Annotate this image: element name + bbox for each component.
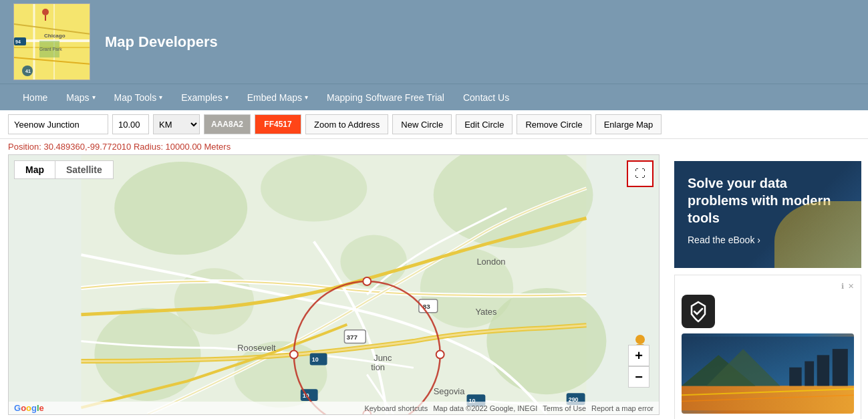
- ad-card-2-header: ℹ ✕: [682, 282, 854, 291]
- google-logo: Google: [14, 403, 44, 413]
- sidebar: Solve your data problems with modern too…: [668, 154, 868, 419]
- logo-area: Chicago Grant Park 41 94 Map Developers: [13, 3, 218, 80]
- svg-text:10: 10: [312, 356, 319, 363]
- edit-circle-button[interactable]: Edit Circle: [456, 114, 513, 134]
- color1-picker[interactable]: AAA8A2: [204, 114, 251, 134]
- header: Chicago Grant Park 41 94 Map Developers: [0, 0, 868, 84]
- svg-point-17: [114, 162, 247, 255]
- enlarge-map-overlay-button[interactable]: ⛶: [627, 160, 654, 187]
- svg-rect-60: [833, 349, 848, 386]
- map-svg: 83 377 10 290 10 10: [9, 155, 659, 414]
- svg-text:94: 94: [15, 39, 21, 44]
- nav-embed-maps-arrow: ▾: [305, 94, 308, 101]
- zoom-to-address-button[interactable]: Zoom to Address: [305, 114, 388, 134]
- enlarge-icon: ⛶: [635, 168, 645, 180]
- nav-home[interactable]: Home: [13, 87, 57, 108]
- svg-rect-59: [817, 355, 829, 386]
- svg-text:41: 41: [25, 69, 31, 74]
- keyboard-shortcuts-link[interactable]: Keyboard shortcuts: [364, 404, 428, 412]
- terms-of-use-link[interactable]: Terms of Use: [543, 404, 586, 412]
- map-data-credit: Map data ©2022 Google, INEGI: [433, 404, 537, 412]
- svg-text:Roosevelt: Roosevelt: [237, 343, 276, 353]
- nav-map-tools[interactable]: Map Tools ▾: [105, 87, 172, 108]
- ad-card-1: Solve your data problems with modern too…: [674, 161, 861, 268]
- svg-text:Segovia: Segovia: [434, 386, 466, 396]
- svg-point-24: [340, 235, 406, 288]
- svg-point-50: [635, 335, 645, 344]
- map-type-satellite-button[interactable]: Satellite: [55, 160, 114, 179]
- report-map-error-link[interactable]: Report a map error: [591, 404, 654, 412]
- nav-examples[interactable]: Examples ▾: [172, 87, 237, 108]
- ad2-info-icon[interactable]: ℹ: [841, 282, 844, 291]
- map-type-selector: Map Satellite: [14, 160, 114, 179]
- svg-text:Chicago: Chicago: [44, 33, 65, 39]
- map-footer: Google Keyboard shortcuts Map data ©2022…: [9, 402, 659, 414]
- toolbar: KM Miles Meters AAA8A2 FF4517 Zoom to Ad…: [0, 110, 868, 139]
- address-input[interactable]: [8, 114, 108, 134]
- svg-text:377: 377: [346, 333, 357, 341]
- svg-text:tion: tion: [371, 362, 385, 372]
- svg-point-48: [290, 350, 298, 358]
- zoom-out-button[interactable]: −: [628, 366, 649, 388]
- ad1-link[interactable]: Read the eBook ›: [688, 235, 760, 245]
- svg-point-46: [436, 350, 444, 358]
- svg-point-45: [363, 277, 371, 285]
- map-footer-links: Keyboard shortcuts Map data ©2022 Google…: [364, 404, 654, 412]
- nav-examples-arrow: ▾: [225, 94, 229, 101]
- svg-text:Grant Park: Grant Park: [39, 47, 62, 51]
- svg-point-23: [174, 268, 254, 334]
- unit-select[interactable]: KM Miles Meters: [153, 114, 200, 134]
- svg-text:Junc: Junc: [374, 353, 392, 363]
- remove-circle-button[interactable]: Remove Circle: [517, 114, 591, 134]
- nav-bar: Home Maps ▾ Map Tools ▾ Examples ▾ Embed…: [0, 84, 868, 110]
- zoom-in-button[interactable]: +: [628, 345, 649, 366]
- map-type-map-button[interactable]: Map: [14, 160, 55, 179]
- nav-map-tools-arrow: ▾: [159, 94, 162, 101]
- logo-thumbnail: Chicago Grant Park 41 94: [13, 3, 90, 80]
- zoom-controls: + −: [628, 345, 649, 388]
- nav-embed-maps[interactable]: Embed Maps ▾: [238, 87, 317, 108]
- enlarge-map-button[interactable]: Enlarge Map: [595, 114, 662, 134]
- nav-maps[interactable]: Maps ▾: [57, 87, 104, 108]
- map-container: 83 377 10 290 10 10: [0, 154, 668, 419]
- svg-rect-61: [789, 368, 801, 386]
- site-title: Map Developers: [105, 33, 218, 51]
- map-wrapper[interactable]: 83 377 10 290 10 10: [8, 154, 660, 415]
- svg-text:London: London: [476, 257, 505, 267]
- nav-mapping-software[interactable]: Mapping Software Free Trial: [317, 87, 454, 108]
- nav-maps-arrow: ▾: [92, 94, 96, 101]
- ad2-logo: [682, 295, 715, 328]
- svg-rect-58: [805, 362, 814, 386]
- svg-point-21: [261, 155, 367, 221]
- ad2-image: [682, 333, 854, 414]
- ad2-close-icon[interactable]: ✕: [848, 282, 854, 291]
- nav-contact-us[interactable]: Contact Us: [454, 87, 519, 108]
- ad-card-2: ℹ ✕: [674, 275, 861, 419]
- color2-picker[interactable]: FF4517: [255, 114, 301, 134]
- main-content: 83 377 10 290 10 10: [0, 154, 868, 419]
- new-circle-button[interactable]: New Circle: [392, 114, 452, 134]
- svg-text:Yates: Yates: [475, 307, 496, 317]
- position-info: Position: 30.489360,-99.772010 Radius: 1…: [0, 139, 868, 154]
- svg-point-12: [42, 9, 49, 15]
- radius-input[interactable]: [112, 114, 149, 134]
